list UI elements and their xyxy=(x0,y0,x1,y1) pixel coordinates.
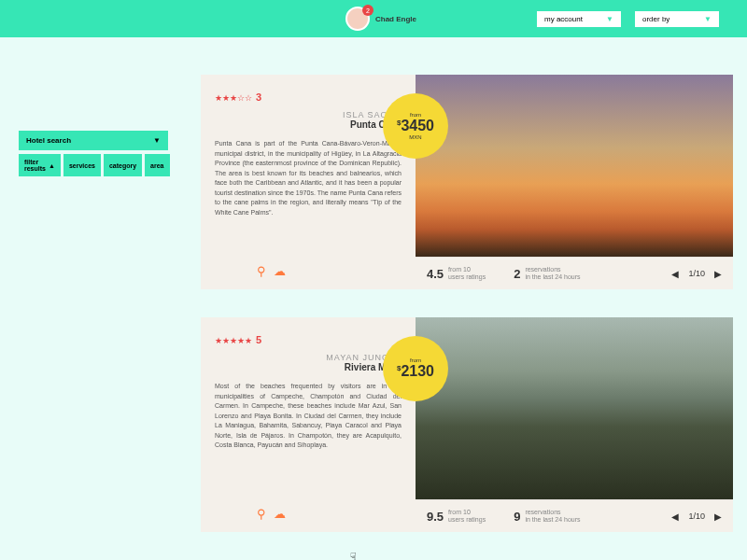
resv-label: reservationsin the last 24 hours xyxy=(525,509,580,525)
chevron-down-icon: ▼ xyxy=(704,15,712,23)
hotel-image xyxy=(416,317,733,499)
prev-arrow-icon[interactable]: ◀ xyxy=(671,511,679,522)
price-currency: MXN xyxy=(409,134,421,140)
notification-badge: 2 xyxy=(362,5,374,16)
reservations-stat: 9 reservationsin the last 24 hours xyxy=(514,509,580,525)
card-footer: 9.5 from 10users ratings 9 reservationsi… xyxy=(416,499,733,532)
card-media: from $3450 MXN 4.5 from 10users ratings … xyxy=(416,75,733,289)
resv-label: reservationsin the last 24 hours xyxy=(525,266,580,282)
filter-label: filter results xyxy=(24,159,46,172)
reservations-stat: 2 reservationsin the last 24 hours xyxy=(514,266,580,282)
map-pin-icon[interactable]: ⚲ xyxy=(257,507,266,521)
rating-stat: 9.5 from 10users ratings xyxy=(427,509,486,525)
rating-stat: 4.5 from 10users ratings xyxy=(427,266,486,282)
sidebar: Hotel search ▼ filter results ▲ services… xyxy=(19,131,168,176)
my-account-dropdown[interactable]: my account ▼ xyxy=(537,11,621,27)
chat-icon[interactable]: ☁ xyxy=(274,264,286,278)
card-footer: 4.5 from 10users ratings 2 reservationsi… xyxy=(416,257,733,289)
cursor-icon: ☟ xyxy=(350,551,357,560)
filter-services-button[interactable]: services xyxy=(63,154,101,176)
destination-name: Punta Cana xyxy=(215,119,402,130)
order-by-dropdown[interactable]: order by ▼ xyxy=(635,11,719,27)
chat-icon[interactable]: ☁ xyxy=(274,507,286,521)
order-by-label: order by xyxy=(642,15,669,23)
card-info: ★★★★★5 MAYAN JUNGLE Riviera Maya Most of… xyxy=(201,317,416,532)
pagination: ◀ 1/10 ▶ xyxy=(671,269,722,279)
price-badge: from $2130 xyxy=(383,336,448,401)
hotel-image xyxy=(416,75,733,257)
rating-label: from 10users ratings xyxy=(448,266,486,282)
pagination: ◀ 1/10 ▶ xyxy=(671,511,722,522)
next-arrow-icon[interactable]: ▶ xyxy=(714,269,722,279)
card-info: ★★★☆☆3 ISLA SAONA Punta Cana Punta Cana … xyxy=(201,75,416,289)
rating-value: 4.5 xyxy=(427,267,444,281)
filter-results-button[interactable]: filter results ▲ xyxy=(19,154,61,176)
resv-value: 2 xyxy=(514,267,520,281)
price-badge: from $3450 MXN xyxy=(383,93,448,159)
location-name: ISLA SAONA xyxy=(215,110,402,119)
chevron-down-icon: ▼ xyxy=(153,136,161,145)
description: Punta Cana is part of the Punta Cana-Báv… xyxy=(215,139,402,217)
avatar[interactable]: 2 xyxy=(345,7,370,31)
page-indicator: 1/10 xyxy=(688,511,705,521)
rating-label: from 10users ratings xyxy=(448,509,486,525)
action-icons: ⚲ ☁ xyxy=(257,507,286,521)
filter-area-button[interactable]: area xyxy=(145,154,169,176)
username: Chad Engle xyxy=(375,15,416,23)
filter-category-button[interactable]: category xyxy=(104,154,142,176)
next-arrow-icon[interactable]: ▶ xyxy=(714,511,722,522)
chevron-down-icon: ▼ xyxy=(606,15,613,23)
card-media: from $2130 9.5 from 10users ratings 9 re… xyxy=(416,317,733,532)
rating-value: 9.5 xyxy=(427,510,444,524)
my-account-label: my account xyxy=(544,15,583,23)
page-indicator: 1/10 xyxy=(688,269,705,278)
hotel-search-dropdown[interactable]: Hotel search ▼ xyxy=(19,131,168,150)
star-rating: ★★★★★5 xyxy=(215,334,402,345)
header: 2 Chad Engle my account ▼ order by ▼ xyxy=(0,0,747,37)
hotel-card: ★★★☆☆3 ISLA SAONA Punta Cana Punta Cana … xyxy=(201,75,733,289)
filter-bar: filter results ▲ services category area xyxy=(19,154,168,176)
destination-name: Riviera Maya xyxy=(215,362,402,372)
price-value: $3450 xyxy=(397,118,434,134)
prev-arrow-icon[interactable]: ◀ xyxy=(671,269,679,279)
map-pin-icon[interactable]: ⚲ xyxy=(257,264,266,278)
description: Most of the beaches frequented by visito… xyxy=(215,382,402,451)
action-icons: ⚲ ☁ xyxy=(257,264,286,278)
user-block[interactable]: 2 Chad Engle xyxy=(345,7,416,31)
search-label: Hotel search xyxy=(26,136,71,145)
price-value: $2130 xyxy=(397,363,434,380)
hotel-card: ★★★★★5 MAYAN JUNGLE Riviera Maya Most of… xyxy=(201,317,733,532)
star-rating: ★★★☆☆3 xyxy=(215,91,402,103)
resv-value: 9 xyxy=(514,510,520,524)
location-name: MAYAN JUNGLE xyxy=(215,353,402,362)
chevron-up-icon: ▲ xyxy=(49,162,55,169)
